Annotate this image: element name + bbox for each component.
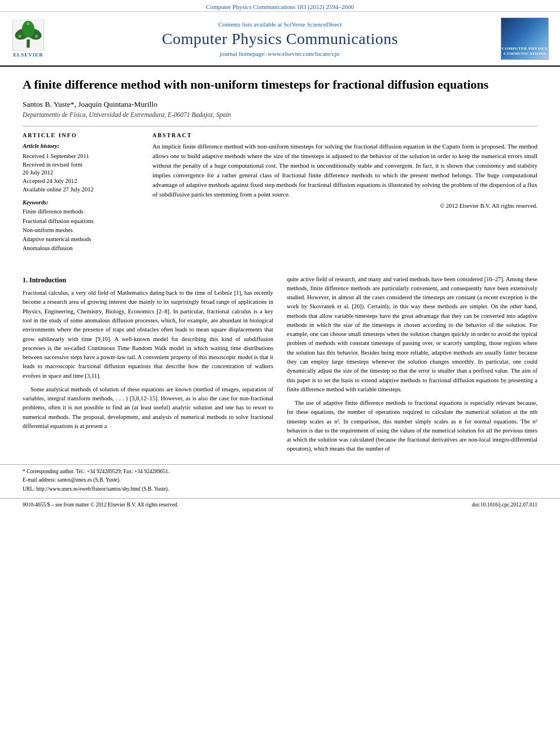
svg-point-5 [19, 35, 22, 38]
history-item-0: Received 1 September 2011 [23, 152, 135, 161]
history-item-1: Received in revised form [23, 161, 135, 169]
article-history: Article history: Received 1 September 20… [23, 142, 135, 194]
history-label: Article history: [23, 142, 135, 151]
article-authors: Santos B. Yuste*, Joaquín Quintana-Muril… [23, 100, 537, 109]
journal-header: ELSEVIER Contents lists available at Sci… [0, 12, 560, 67]
article-affiliation: Departamento de Física, Universidad de E… [23, 111, 537, 118]
journal-cover-area: COMPUTER PHYSICS COMMUNICATIONS [487, 18, 549, 60]
elsevier-logo-area: ELSEVIER [11, 20, 73, 58]
body-col2-para-0: quite active field of research, and many… [287, 275, 537, 394]
history-item-2: 20 July 2012 [23, 169, 135, 177]
article-title: A finite difference method with non-unif… [23, 77, 537, 93]
svg-rect-1 [27, 40, 30, 48]
keywords-list: Finite difference methods Fractional dif… [23, 207, 135, 253]
cover-text-line2: COMMUNICATIONS [504, 51, 546, 56]
svg-point-7 [27, 23, 30, 26]
keyword-3: Adaptive numerical methods [23, 235, 135, 244]
cover-text-line1: COMPUTER PHYSICS [502, 46, 548, 51]
body-column-right: quite active field of research, and many… [287, 275, 537, 458]
history-item-3: Accepted 24 July 2012 [23, 177, 135, 186]
article-info-row: ARTICLE INFO Article history: Received 1… [23, 126, 537, 254]
sciverse-link[interactable]: Contents lists available at SciVerse Sci… [79, 21, 481, 28]
abstract-copyright: © 2012 Elsevier B.V. All rights reserved… [152, 203, 537, 209]
footnote-2: URL: http://www.unex.es/eweb/fisteor/san… [23, 486, 537, 493]
body-col2-para-1: The use of adaptive finite difference me… [287, 399, 537, 454]
issn-text: 0010-4655/$ – see front matter © 2012 El… [23, 502, 178, 508]
article-header-section: A finite difference method with non-unif… [0, 67, 560, 265]
keyword-1: Fractional diffusion equations [23, 217, 135, 226]
article-info-left: ARTICLE INFO Article history: Received 1… [23, 132, 135, 254]
keyword-4: Anomalous diffusion [23, 244, 135, 253]
article-info-title: ARTICLE INFO [23, 132, 135, 138]
journal-title: Computer Physics Communications [79, 30, 481, 48]
journal-cover: COMPUTER PHYSICS COMMUNICATIONS [501, 18, 549, 60]
abstract-section: ABSTRACT An implicit finite difference m… [152, 132, 537, 254]
keywords-label: Keywords: [23, 199, 135, 206]
keywords-section: Keywords: Finite difference methods Frac… [23, 199, 135, 253]
journal-homepage[interactable]: journal homepage: www.elsevier.com/locat… [79, 50, 481, 57]
abstract-title: ABSTRACT [152, 132, 537, 138]
body-column-left: 1. Introduction Fractional calculus, a v… [23, 275, 273, 458]
elsevier-label-text: ELSEVIER [13, 52, 43, 58]
body-col1-para-0: Fractional calculus, a very old field of… [23, 289, 273, 381]
history-item-4: Available online 27 July 2012 [23, 186, 135, 194]
elsevier-tree-icon [11, 20, 45, 51]
bottom-bar: 0010-4655/$ – see front matter © 2012 El… [0, 498, 560, 510]
body-columns: 1. Introduction Fractional calculus, a v… [0, 275, 560, 458]
footnote-1: E-mail address: santos@unex.es (S.B. Yus… [23, 477, 537, 484]
footnote-0: * Corresponding author. Tel.: +34 924289… [23, 468, 537, 476]
journal-citation-bar: Computer Physics Communications 183 (201… [0, 0, 560, 12]
footnote-area: * Corresponding author. Tel.: +34 924289… [0, 464, 560, 493]
abstract-text: An implicit finite difference method wit… [152, 142, 537, 199]
journal-citation: Computer Physics Communications 183 (201… [206, 3, 354, 10]
elsevier-logo: ELSEVIER [11, 20, 45, 58]
doi-text: doi:10.1016/j.cpc.2012.07.011 [472, 502, 537, 508]
keyword-2: Non-uniform meshes [23, 226, 135, 235]
journal-title-area: Contents lists available at SciVerse Sci… [73, 21, 487, 57]
body-col1-para-1: Some analytical methods of solution of t… [23, 385, 273, 431]
section1-heading: 1. Introduction [23, 275, 273, 286]
page: Computer Physics Communications 183 (201… [0, 0, 560, 747]
keyword-0: Finite difference methods [23, 207, 135, 216]
svg-point-6 [35, 35, 38, 38]
